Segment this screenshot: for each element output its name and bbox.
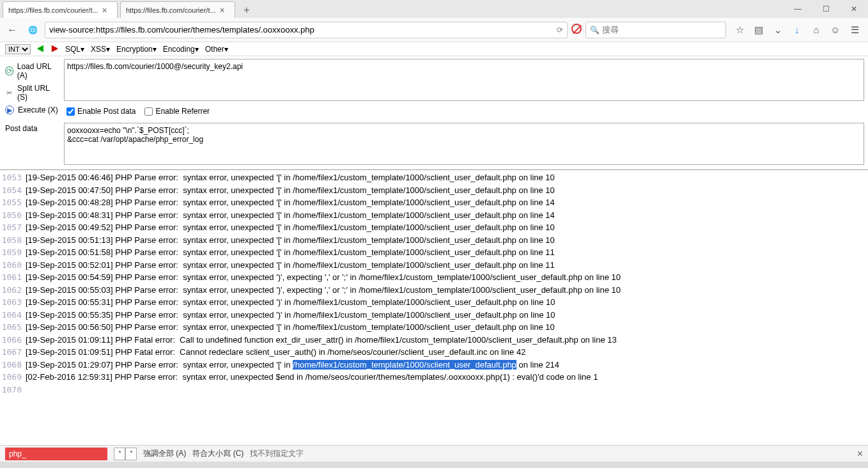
match-case-option[interactable]: 符合大小寫 (C) <box>192 448 244 459</box>
line-text[interactable]: [19-Sep-2015 01:09:11] PHP Fatal error: … <box>26 334 868 347</box>
pocket-icon[interactable]: ⌄ <box>771 24 785 36</box>
line-number: 1061 <box>0 271 26 284</box>
find-prev-button[interactable]: ˄ <box>114 448 125 460</box>
play-icon: ▶ <box>5 105 14 114</box>
line-number: 1057 <box>0 221 26 234</box>
back-button[interactable]: ← <box>4 22 20 38</box>
source-line: 1066[19-Sep-2015 01:09:11] PHP Fatal err… <box>0 334 868 347</box>
line-text[interactable]: [02-Feb-2016 12:59:31] PHP Parse error: … <box>26 371 868 384</box>
bookmark-icon[interactable]: ☆ <box>732 24 747 36</box>
menu-xss[interactable]: XSS▾ <box>91 45 110 54</box>
load-url-button[interactable]: ⟳ Load URL (A) <box>5 60 59 82</box>
line-text[interactable]: [19-Sep-2015 00:56:50] PHP Parse error: … <box>26 321 868 334</box>
source-line: 1070 <box>0 384 868 396</box>
source-view[interactable]: 1053[19-Sep-2015 00:46:46] PHP Parse err… <box>0 170 868 425</box>
line-text[interactable]: [19-Sep-2015 01:09:51] PHP Fatal error: … <box>26 346 868 359</box>
run-left-icon[interactable]: ⯇ <box>37 45 45 54</box>
line-text[interactable]: [19-Sep-2015 00:46:46] PHP Parse error: … <box>26 171 868 184</box>
referrer-checkbox[interactable] <box>144 107 153 116</box>
line-number: 1056 <box>0 209 26 222</box>
close-window-button[interactable]: ✕ <box>840 0 868 18</box>
menu-encryption[interactable]: Encryption▾ <box>116 45 157 54</box>
load-url-label: Load URL (A) <box>17 62 59 80</box>
toolbar-icons: ☆ ▤ ⌄ ↓ ⌂ ☺ ☰ <box>730 24 864 36</box>
source-line: 1062[19-Sep-2015 00:55:03] PHP Parse err… <box>0 284 868 297</box>
find-next-button[interactable]: ˅ <box>125 448 137 460</box>
source-line: 1065[19-Sep-2015 00:56:50] PHP Parse err… <box>0 321 868 334</box>
new-tab-button[interactable]: + <box>239 3 254 18</box>
menu-encoding[interactable]: Encoding▾ <box>163 45 199 54</box>
source-line: 1067[19-Sep-2015 01:09:51] PHP Fatal err… <box>0 346 868 359</box>
reload-icon[interactable]: ⟳ <box>557 26 563 35</box>
load-icon: ⟳ <box>5 66 13 75</box>
close-icon[interactable]: × <box>220 5 225 15</box>
line-number: 1067 <box>0 346 26 359</box>
hackbar-actions: ⟳ Load URL (A) ✂ Split URL (S) ▶ Execute… <box>0 56 64 120</box>
line-text[interactable]: [19-Sep-2015 00:51:13] PHP Parse error: … <box>26 234 868 247</box>
source-line: 1069[02-Feb-2016 12:59:31] PHP Parse err… <box>0 371 868 384</box>
download-icon[interactable]: ↓ <box>790 24 804 35</box>
menu-other[interactable]: Other▾ <box>205 45 228 54</box>
source-line: 1064[19-Sep-2015 00:55:35] PHP Parse err… <box>0 309 868 322</box>
menu-icon[interactable]: ☰ <box>848 24 862 36</box>
post-checkbox[interactable] <box>66 107 75 116</box>
source-line: 1068[19-Sep-2015 01:29:07] PHP Parse err… <box>0 359 868 371</box>
url-input[interactable] <box>49 25 557 35</box>
find-close-button[interactable]: × <box>857 448 863 460</box>
source-line: 1054[19-Sep-2015 00:47:50] PHP Parse err… <box>0 184 868 197</box>
highlight-all-option[interactable]: 強調全部 (A) <box>143 448 186 459</box>
library-icon[interactable]: ▤ <box>752 24 766 36</box>
line-text[interactable]: [19-Sep-2015 00:55:03] PHP Parse error: … <box>26 284 868 297</box>
line-number: 1070 <box>0 384 26 396</box>
highlighted-path[interactable]: /home/filex1/custom_template/1000/sclien… <box>293 360 516 370</box>
navbar: ← 🌐 ⟳ 🔍 ☆ ▤ ⌄ ↓ ⌂ ☺ ☰ <box>0 18 868 42</box>
search-icon: 🔍 <box>590 26 600 35</box>
postdata-panel: Post data + <box>0 120 868 170</box>
line-text[interactable]: [19-Sep-2015 00:48:28] PHP Parse error: … <box>26 196 868 209</box>
mode-select[interactable]: INT <box>5 44 31 54</box>
taskbar-sliver <box>0 462 868 468</box>
enable-referrer-checkbox[interactable]: Enable Referrer <box>144 107 210 116</box>
postdata-input[interactable] <box>64 123 864 165</box>
line-number: 1060 <box>0 259 26 272</box>
line-number: 1058 <box>0 234 26 247</box>
line-text[interactable]: [19-Sep-2015 00:55:35] PHP Parse error: … <box>26 309 868 322</box>
find-input[interactable] <box>5 448 107 460</box>
menu-sql[interactable]: SQL▾ <box>65 45 84 54</box>
browser-tab-1[interactable]: https://files.fb.com/courier/t... × <box>120 1 235 18</box>
search-input[interactable] <box>602 25 722 35</box>
run-right-icon[interactable]: ⯈ <box>51 45 59 54</box>
home-icon[interactable]: ⌂ <box>809 24 823 35</box>
line-number: 1069 <box>0 371 26 384</box>
maximize-button[interactable]: ☐ <box>812 0 840 18</box>
enable-referrer-label: Enable Referrer <box>155 107 210 116</box>
source-line: 1061[19-Sep-2015 00:54:59] PHP Parse err… <box>0 271 868 284</box>
search-bar[interactable]: 🔍 <box>585 22 726 38</box>
browser-tab-0[interactable]: https://files.fb.com/courier/t... × <box>3 1 118 18</box>
close-icon[interactable]: × <box>102 5 107 15</box>
line-number: 1063 <box>0 296 26 309</box>
line-text[interactable]: [19-Sep-2015 00:48:31] PHP Parse error: … <box>26 209 868 222</box>
line-text[interactable]: [19-Sep-2015 00:51:58] PHP Parse error: … <box>26 246 868 259</box>
line-text[interactable]: [19-Sep-2015 01:29:07] PHP Parse error: … <box>26 359 868 371</box>
minimize-button[interactable]: — <box>784 0 812 18</box>
url-bar[interactable]: ⟳ <box>45 22 568 38</box>
line-text[interactable]: [19-Sep-2015 00:47:50] PHP Parse error: … <box>26 184 868 197</box>
hackbar-url-input[interactable] <box>64 59 864 101</box>
hackbar-menu: INT ⯇ ⯈ SQL▾ XSS▾ Encryption▾ Encoding▾ … <box>0 42 868 56</box>
chat-icon[interactable]: ☺ <box>828 24 842 35</box>
enable-post-checkbox[interactable]: Enable Post data <box>66 107 136 116</box>
line-text[interactable]: [19-Sep-2015 00:54:59] PHP Parse error: … <box>26 271 868 284</box>
line-text[interactable]: [19-Sep-2015 00:52:01] PHP Parse error: … <box>26 259 868 272</box>
source-line: 1056[19-Sep-2015 00:48:31] PHP Parse err… <box>0 209 868 222</box>
execute-label: Execute (X) <box>18 105 58 114</box>
execute-button[interactable]: ▶ Execute (X) <box>5 104 59 116</box>
noscript-icon[interactable] <box>571 24 582 36</box>
line-number: 1068 <box>0 359 26 371</box>
source-line: 1057[19-Sep-2015 00:49:52] PHP Parse err… <box>0 221 868 234</box>
line-text[interactable]: [19-Sep-2015 00:49:52] PHP Parse error: … <box>26 221 868 234</box>
line-text[interactable]: [19-Sep-2015 00:55:31] PHP Parse error: … <box>26 296 868 309</box>
source-line: 1063[19-Sep-2015 00:55:31] PHP Parse err… <box>0 296 868 309</box>
split-url-button[interactable]: ✂ Split URL (S) <box>5 82 59 104</box>
line-text[interactable] <box>26 384 868 396</box>
